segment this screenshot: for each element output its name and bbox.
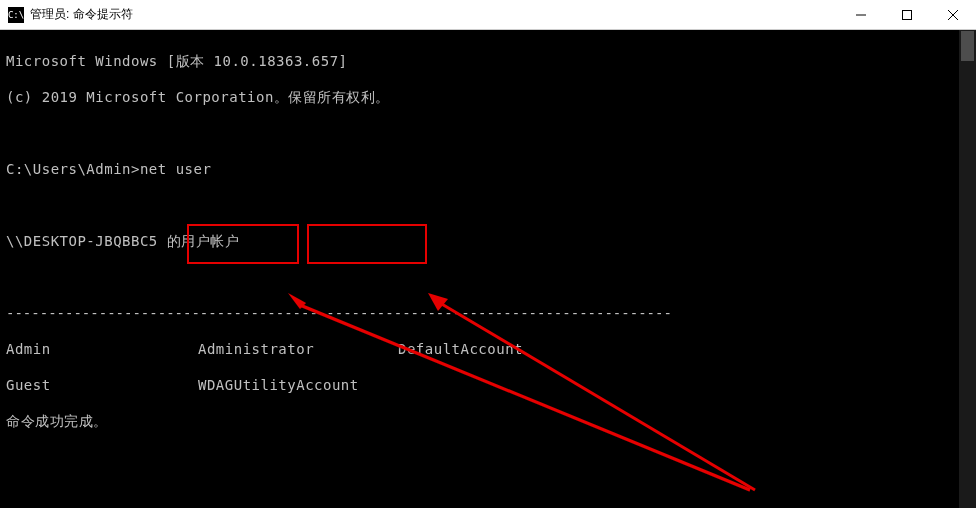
close-button[interactable] <box>930 0 976 29</box>
titlebar: C:\ 管理员: 命令提示符 <box>0 0 976 30</box>
account-cell: WDAGUtilityAccount <box>198 376 398 394</box>
accounts-header: \\DESKTOP-JBQBBC5 的用户帐户 <box>6 232 970 250</box>
window-title: 管理员: 命令提示符 <box>30 6 838 23</box>
cmd-icon: C:\ <box>8 7 24 23</box>
scrollbar[interactable] <box>959 30 976 508</box>
window-controls <box>838 0 976 29</box>
account-cell: Guest <box>6 376 198 394</box>
account-row-2: GuestWDAGUtilityAccount <box>6 376 970 394</box>
version-line: Microsoft Windows [版本 10.0.18363.657] <box>6 52 970 70</box>
copyright-line: (c) 2019 Microsoft Corporation。保留所有权利。 <box>6 88 970 106</box>
terminal-output[interactable]: Microsoft Windows [版本 10.0.18363.657] (c… <box>0 30 976 508</box>
account-cell: Admin <box>6 340 198 358</box>
account-row-1: AdminAdministratorDefaultAccount <box>6 340 970 358</box>
prompt-prefix: C:\Users\Admin> <box>6 161 140 177</box>
maximize-button[interactable] <box>884 0 930 29</box>
scrollbar-thumb[interactable] <box>961 31 974 61</box>
terminal-area: Microsoft Windows [版本 10.0.18363.657] (c… <box>0 30 976 508</box>
divider-line: ----------------------------------------… <box>6 304 970 322</box>
command-1: net user <box>140 161 211 177</box>
success-message: 命令成功完成。 <box>6 412 970 430</box>
minimize-button[interactable] <box>838 0 884 29</box>
account-cell: DefaultAccount <box>398 340 523 358</box>
svg-rect-1 <box>903 10 912 19</box>
account-cell: Administrator <box>198 340 398 358</box>
prompt-line-1: C:\Users\Admin>net user <box>6 160 970 178</box>
